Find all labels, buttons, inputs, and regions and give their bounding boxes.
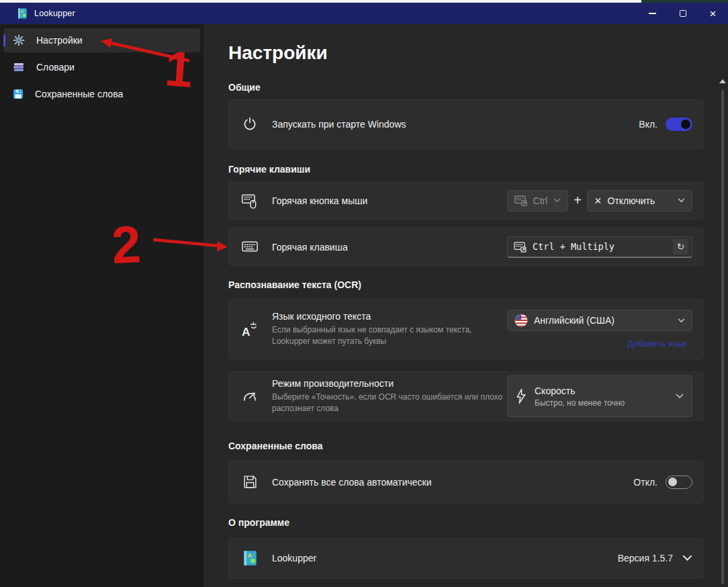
autostart-toggle[interactable] xyxy=(666,118,692,131)
about-card: A Lookupper Версия 1.5.7 xyxy=(228,537,704,579)
section-ocr: Распознавание текста (OCR) xyxy=(228,279,728,291)
ocr-language-title: Язык исходного текста xyxy=(272,311,504,322)
save-icon xyxy=(242,474,258,490)
section-about: О программе xyxy=(228,517,728,529)
scrollbar-thumb[interactable] xyxy=(721,90,724,584)
app-icon: A xyxy=(16,7,28,19)
ocr-language-value: Английский (США) xyxy=(534,315,615,326)
section-hotkeys: Горячие клавиши xyxy=(228,164,728,175)
minimize-button[interactable] xyxy=(637,3,668,24)
section-saved-words: Сохраненные слова xyxy=(228,441,728,452)
performance-value-title: Скорость xyxy=(535,386,625,396)
gear-icon xyxy=(13,34,25,46)
performance-value-subtitle: Быстро, но менее точно xyxy=(535,398,625,408)
chevron-down-icon xyxy=(676,394,684,399)
language-icon: A xyxy=(242,320,258,338)
reset-hotkey-button[interactable]: ↻ xyxy=(673,239,688,255)
mouse-action-value: Отключить xyxy=(608,195,655,206)
svg-text:A: A xyxy=(242,325,251,338)
close-icon: × xyxy=(710,8,717,19)
us-flag-icon xyxy=(514,314,528,327)
titlebar: A Lookupper × xyxy=(0,3,728,24)
floppy-icon xyxy=(13,89,24,99)
sidebar: Настройки Словари Сохраненные слова xyxy=(0,24,203,587)
add-language-link[interactable]: Добавить язык xyxy=(627,338,687,349)
window-title: Lookupper xyxy=(34,9,75,18)
gauge-icon xyxy=(241,388,259,404)
autostart-label: Запускать при старте Windows xyxy=(272,119,406,130)
lookupper-app-icon: A xyxy=(241,549,259,567)
scrollbar xyxy=(719,79,727,584)
plus-separator: + xyxy=(574,193,582,208)
chevron-down-icon xyxy=(678,198,685,203)
svg-text:A: A xyxy=(21,9,24,13)
key-hotkey-card: Горячая клавиша Ctrl + Multiply ↻ xyxy=(228,228,704,266)
about-version: Версия 1.5.7 xyxy=(618,553,673,563)
autosave-state: Откл. xyxy=(633,477,657,488)
close-button[interactable]: × xyxy=(698,3,728,24)
mouse-hotkey-label: Горячая кнопка мыши xyxy=(272,195,367,206)
sidebar-item-label: Словари xyxy=(36,62,75,73)
chevron-down-icon xyxy=(553,198,561,203)
sidebar-item-dictionaries[interactable]: Словари xyxy=(3,55,200,79)
page-title: Настройки xyxy=(228,42,728,64)
chevron-down-icon[interactable] xyxy=(682,555,692,561)
sidebar-item-label: Сохраненные слова xyxy=(35,89,123,99)
autostart-card: Запускать при старте Windows Вкл. xyxy=(228,99,704,149)
mouse-modifier-value: Ctrl xyxy=(533,195,548,206)
about-app-name: Lookupper xyxy=(272,553,316,563)
maximize-icon xyxy=(680,10,686,17)
power-icon xyxy=(242,116,258,132)
disable-x-icon: × xyxy=(594,195,602,207)
autosave-toggle[interactable] xyxy=(666,476,692,489)
performance-mode-card: Режим производительности Выберите «Точно… xyxy=(228,371,704,421)
lightning-icon xyxy=(516,388,527,404)
ocr-language-description: Если выбранный язык не совпадает с языко… xyxy=(272,324,504,348)
toggle-knob xyxy=(668,478,677,486)
chevron-down-icon xyxy=(678,318,685,323)
ocr-language-dropdown[interactable]: Английский (США) xyxy=(507,310,692,331)
keyboard-arrow-icon xyxy=(514,241,527,253)
svg-text:A: A xyxy=(248,552,253,559)
performance-description: Выберите «Точность», если OCR часто ошиб… xyxy=(272,392,504,415)
performance-title: Режим производительности xyxy=(272,378,504,389)
maximize-button[interactable] xyxy=(668,3,698,24)
toggle-knob xyxy=(681,120,690,129)
sidebar-item-saved-words[interactable]: Сохраненные слова xyxy=(3,82,200,106)
minimize-icon xyxy=(649,13,656,14)
autosave-label: Сохранять все слова автоматически xyxy=(272,477,432,488)
section-general: Общие xyxy=(228,82,728,93)
reset-icon: ↻ xyxy=(677,241,685,252)
keyboard-icon xyxy=(241,240,259,254)
performance-dropdown[interactable]: Скорость Быстро, но менее точно xyxy=(507,375,692,417)
autostart-state: Вкл. xyxy=(639,119,657,130)
hotkey-input[interactable]: Ctrl + Multiply ↻ xyxy=(507,236,692,258)
mouse-hotkey-card: Горячая кнопка мыши Ctrl + × Отключить xyxy=(228,181,704,220)
settings-page: Настройки Общие Запускать при старте Win… xyxy=(203,24,728,587)
key-hotkey-label: Горячая клавиша xyxy=(272,242,348,253)
mouse-modifier-dropdown[interactable]: Ctrl xyxy=(507,190,569,212)
ocr-language-card: A Язык исходного текста Если выбранный я… xyxy=(228,299,704,359)
books-icon xyxy=(13,61,25,73)
sidebar-item-label: Настройки xyxy=(36,35,83,46)
scrollbar-up-arrow[interactable] xyxy=(719,79,726,83)
keyboard-arrow-icon xyxy=(514,195,527,206)
sidebar-item-settings[interactable]: Настройки xyxy=(3,28,200,52)
mouse-action-dropdown[interactable]: × Отключить xyxy=(587,190,692,212)
hotkey-value: Ctrl + Multiply xyxy=(533,241,615,252)
mouse-keyboard-icon xyxy=(241,192,259,210)
autosave-card: Сохранять все слова автоматически Откл. xyxy=(228,460,704,504)
